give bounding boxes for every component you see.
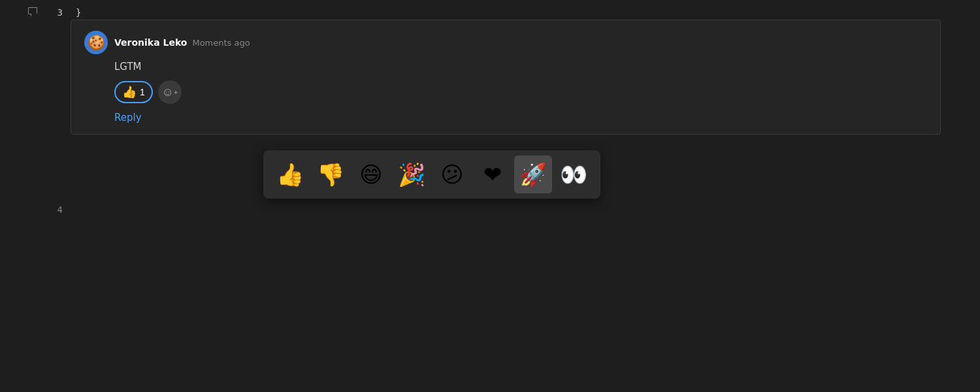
line-number-4: 4 <box>0 203 71 217</box>
emoji-picker: 👍 👎 😄 🎉 😕 ❤️ 🚀 👀 <box>263 150 600 199</box>
line-gutter: 3 4 <box>0 0 71 392</box>
emoji-rocket[interactable]: 🚀 <box>514 155 552 193</box>
comment-body: LGTM <box>84 61 927 73</box>
plus-icon: + <box>174 88 178 96</box>
editor-main: } 🍪 Veronika Leko Moments ago LGTM 👍 1 ☺… <box>71 0 980 392</box>
emoji-party-popper[interactable]: 🎉 <box>393 155 431 193</box>
comment-meta: Veronika Leko Moments ago <box>114 37 250 48</box>
emoji-thumbs-up[interactable]: 👍 <box>271 155 309 193</box>
emoji-eyes[interactable]: 👀 <box>555 155 593 193</box>
emoji-heart[interactable]: ❤️ <box>474 155 512 193</box>
emoji-thumbs-down[interactable]: 👎 <box>312 155 350 193</box>
emoji-grinning[interactable]: 😄 <box>352 155 390 193</box>
comment-panel: 🍪 Veronika Leko Moments ago LGTM 👍 1 ☺+ … <box>71 20 941 135</box>
thumbs-up-emoji: 👍 <box>122 85 137 99</box>
comment-header: 🍪 Veronika Leko Moments ago <box>84 31 927 54</box>
comment-icon <box>27 7 38 19</box>
code-brace: } <box>76 7 81 18</box>
comment-time: Moments ago <box>192 38 250 48</box>
avatar-emoji: 🍪 <box>88 35 105 51</box>
comment-author: Veronika Leko <box>114 37 187 48</box>
reply-link[interactable]: Reply <box>84 112 927 123</box>
thumbs-up-reaction[interactable]: 👍 1 <box>114 81 153 103</box>
code-line-3: } <box>71 5 980 20</box>
avatar: 🍪 <box>84 31 108 54</box>
comment-reactions: 👍 1 ☺+ <box>84 80 927 104</box>
reaction-count: 1 <box>140 87 145 97</box>
add-reaction-icon: ☺ <box>161 86 173 99</box>
add-reaction-button[interactable]: ☺+ <box>158 80 182 104</box>
emoji-confused[interactable]: 😕 <box>433 155 471 193</box>
